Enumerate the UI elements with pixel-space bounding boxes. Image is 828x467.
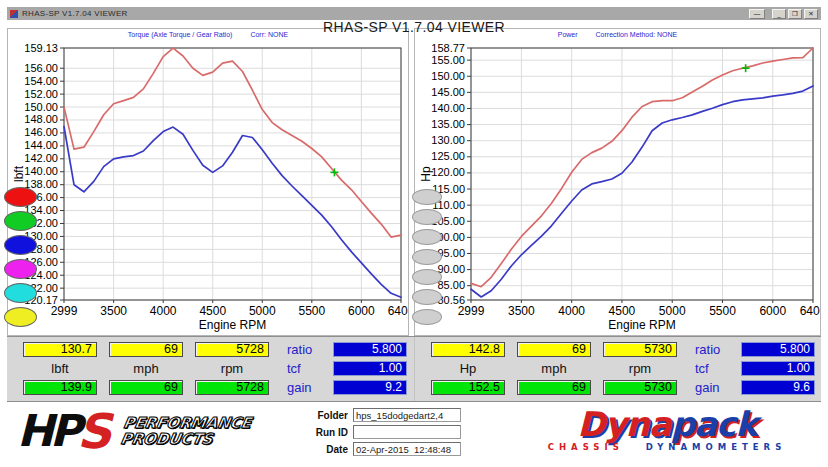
- svg-text:158.77: 158.77: [431, 42, 465, 54]
- hps-logo-hp: HP: [17, 409, 78, 453]
- dynapack-logo-pack: pack: [671, 404, 757, 444]
- run-select-button[interactable]: [4, 187, 37, 207]
- readout-strip: 130.7 lbft 139.9 69 mph 69 5728 rpm 5728…: [7, 336, 821, 402]
- ratio-value: 5.800: [333, 342, 407, 357]
- svg-text:4500: 4500: [609, 304, 636, 318]
- run2-torque-value: 139.9: [23, 380, 97, 395]
- gain-value: 9.2: [333, 380, 407, 395]
- svg-text:4000: 4000: [558, 304, 585, 318]
- folder-input[interactable]: [353, 408, 461, 422]
- ratio-label: ratio: [695, 342, 741, 357]
- tcf-label: tcf: [695, 361, 741, 376]
- svg-text:2999: 2999: [51, 304, 78, 318]
- run2-rpm-value: 5730: [603, 380, 677, 395]
- svg-text:125.00: 125.00: [431, 150, 465, 162]
- svg-text:120.00: 120.00: [431, 166, 465, 178]
- svg-text:135.00: 135.00: [431, 118, 465, 130]
- dynapack-logo-dyna: Dyna: [577, 404, 671, 444]
- gain-value: 9.6: [741, 380, 815, 395]
- run-select-button[interactable]: [4, 307, 37, 327]
- run-select-button[interactable]: [412, 189, 442, 205]
- run-select-button[interactable]: [412, 309, 442, 325]
- svg-text:6000: 6000: [348, 304, 375, 318]
- date-label: Date: [300, 444, 348, 455]
- run1-power-value: 142.8: [431, 342, 505, 357]
- run-select-button[interactable]: [4, 259, 37, 279]
- svg-text:5000: 5000: [659, 304, 686, 318]
- torque-chart[interactable]: 159.13156.00154.00152.00150.00148.00146.…: [8, 40, 408, 334]
- power-chart-panel: Power Correction Method: NONE 158.77155.…: [414, 28, 821, 336]
- tcf-value: 1.00: [333, 361, 407, 376]
- run-select-button[interactable]: [4, 283, 37, 303]
- run-select-button[interactable]: [412, 269, 442, 285]
- svg-text:Hp: Hp: [419, 166, 433, 182]
- app-icon: [10, 10, 18, 18]
- run2-rpm-value: 5728: [195, 380, 269, 395]
- svg-text:6000: 6000: [759, 304, 786, 318]
- run-info-form: Folder Run ID Date: [300, 408, 461, 459]
- restore-button[interactable]: ❐: [788, 9, 802, 19]
- window-title: RHAS-SP V1.7.04 VIEWER: [22, 9, 128, 18]
- run-select-button[interactable]: [412, 229, 442, 245]
- run2-speed-value: 69: [109, 380, 183, 395]
- close-button[interactable]: ✕: [804, 9, 818, 19]
- run1-speed-value: 69: [109, 342, 183, 357]
- svg-text:146.00: 146.00: [24, 126, 58, 138]
- svg-text:152.00: 152.00: [24, 88, 58, 100]
- svg-text:3500: 3500: [100, 304, 127, 318]
- svg-text:Engine RPM: Engine RPM: [199, 318, 266, 332]
- hps-logo-line2: PRODUCTS: [119, 431, 250, 447]
- svg-text:4500: 4500: [199, 304, 226, 318]
- tcf-value: 1.00: [741, 361, 815, 376]
- run-select-button[interactable]: [412, 289, 442, 305]
- gain-label: gain: [287, 380, 333, 395]
- run-select-button[interactable]: [4, 211, 37, 231]
- dynapack-dynamometers-label: DYNAMOMETERS: [646, 442, 787, 452]
- run-color-buttons-right: [412, 189, 442, 325]
- svg-text:144.00: 144.00: [24, 139, 58, 151]
- run1-torque-value: 130.7: [23, 342, 97, 357]
- gain-label: gain: [695, 380, 741, 395]
- svg-text:150.00: 150.00: [431, 70, 465, 82]
- rpm-unit-label: rpm: [603, 361, 677, 376]
- rpm-unit-label: rpm: [195, 361, 269, 376]
- svg-text:5500: 5500: [298, 304, 325, 318]
- power-unit-label: Hp: [431, 361, 505, 376]
- footer: HPS PERFORMANCE PRODUCTS Folder Run ID D…: [7, 403, 821, 467]
- hps-logo: HPS PERFORMANCE PRODUCTS: [17, 409, 249, 453]
- folder-label: Folder: [300, 410, 348, 421]
- date-input[interactable]: [353, 442, 461, 456]
- speed-unit-label: mph: [109, 361, 183, 376]
- svg-text:6400: 6400: [388, 304, 408, 318]
- run1-speed-value: 69: [517, 342, 591, 357]
- power-chart[interactable]: 158.77155.00150.00145.00140.00135.00130.…: [415, 40, 820, 334]
- toolbar-button[interactable]: —: [749, 9, 765, 19]
- svg-text:159.13: 159.13: [24, 42, 58, 54]
- svg-text:lbft: lbft: [12, 165, 26, 182]
- run-id-label: Run ID: [300, 427, 348, 438]
- svg-text:142.00: 142.00: [24, 152, 58, 164]
- torque-unit-label: lbft: [23, 361, 97, 376]
- run-select-button[interactable]: [412, 209, 442, 225]
- svg-text:6400: 6400: [800, 304, 820, 318]
- charts-row: Torque (Axle Torque / Gear Ratio) Corr: …: [7, 24, 821, 336]
- run-id-input[interactable]: [353, 425, 461, 439]
- svg-text:148.00: 148.00: [24, 113, 58, 125]
- run2-power-value: 152.5: [431, 380, 505, 395]
- torque-chart-panel: Torque (Axle Torque / Gear Ratio) Corr: …: [7, 28, 409, 336]
- speed-unit-label: mph: [517, 361, 591, 376]
- svg-text:154.00: 154.00: [24, 75, 58, 87]
- run-select-button[interactable]: [412, 249, 442, 265]
- run-color-buttons-left: [4, 187, 37, 327]
- svg-text:155.00: 155.00: [431, 54, 465, 66]
- minimize-button[interactable]: _: [772, 9, 786, 19]
- ratio-label: ratio: [287, 342, 333, 357]
- torque-readout-panel: 130.7 lbft 139.9 69 mph 69 5728 rpm 5728…: [7, 337, 414, 401]
- svg-text:Engine RPM: Engine RPM: [608, 318, 675, 332]
- svg-text:4000: 4000: [150, 304, 177, 318]
- viewer-heading: RHAS-SP V1.7.04 VIEWER: [0, 19, 828, 35]
- run-select-button[interactable]: [4, 235, 37, 255]
- svg-text:150.00: 150.00: [24, 101, 58, 113]
- hps-logo-s: S: [77, 409, 112, 453]
- run2-speed-value: 69: [517, 380, 591, 395]
